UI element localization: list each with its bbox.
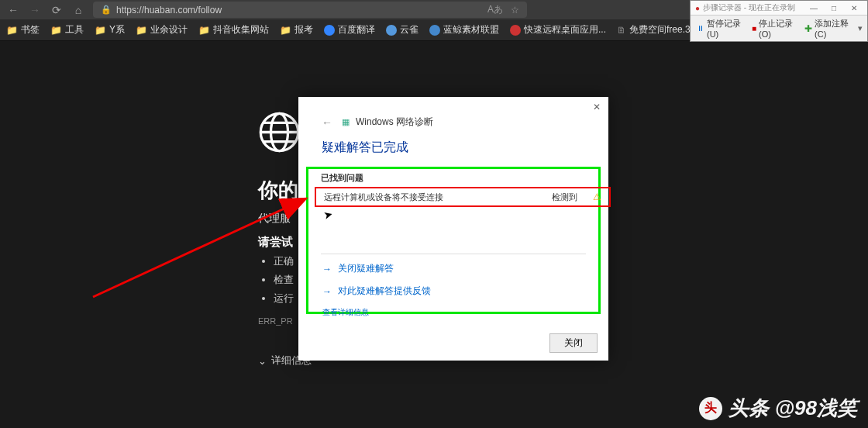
bookmark-item[interactable]: 📁书签 xyxy=(6,23,40,36)
stop-icon: ■ xyxy=(752,24,756,33)
bookmark-item[interactable]: 蓝鲸素材联盟 xyxy=(429,23,499,36)
reader-icon[interactable]: Aあ xyxy=(487,3,503,16)
bookmark-item[interactable]: 📁抖音收集网站 xyxy=(198,23,269,36)
recorder-titlebar[interactable]: ● 步骤记录器 - 现在正在录制 — □ ✕ xyxy=(691,1,867,16)
watermark: 头 头条 @98浅笑 xyxy=(699,395,857,422)
folder-icon: 📁 xyxy=(95,25,106,36)
close-icon[interactable]: ✕ xyxy=(593,102,601,112)
recorder-title: 步骤记录器 - 现在正在录制 xyxy=(703,2,802,13)
favorite-icon[interactable]: ☆ xyxy=(511,5,519,16)
folder-icon: 📁 xyxy=(136,25,147,36)
close-button[interactable]: ✕ xyxy=(846,4,863,12)
found-problems-label: 已找到问题 xyxy=(308,172,598,184)
home-button[interactable]: ⌂ xyxy=(71,4,85,16)
bookmark-item[interactable]: 📁Y系 xyxy=(95,23,125,36)
close-button[interactable]: 关闭 xyxy=(549,333,598,353)
arrow-icon: → xyxy=(322,264,332,274)
back-button[interactable]: ← xyxy=(6,4,20,16)
bookmark-item[interactable]: 📁报考 xyxy=(280,23,313,36)
url-text: https://huaban.com/follow xyxy=(116,5,222,16)
globe-icon xyxy=(258,111,301,154)
site-icon xyxy=(429,25,440,36)
folder-icon: 📁 xyxy=(198,25,210,36)
dropdown-icon[interactable]: ▾ xyxy=(858,23,863,33)
bookmark-item[interactable]: 百度翻译 xyxy=(324,23,375,36)
toutiao-logo-icon: 头 xyxy=(699,397,722,420)
error-try-label: 请尝试 xyxy=(258,235,293,250)
site-icon xyxy=(324,25,335,36)
dialog-app-name: Windows 网络诊断 xyxy=(356,116,433,129)
error-title: 你的 xyxy=(258,177,298,204)
bookmark-item[interactable]: 📁业余设计 xyxy=(136,23,188,36)
feedback-link[interactable]: → 对此疑难解答提供反馈 xyxy=(308,280,598,302)
page-icon: 🗎 xyxy=(617,25,626,36)
pause-icon: ⏸ xyxy=(697,24,704,33)
maximize-button[interactable]: □ xyxy=(825,4,842,12)
folder-icon: 📁 xyxy=(6,25,18,36)
stop-record-button[interactable]: ■ 停止记录(O) xyxy=(750,18,800,39)
problem-text: 远程计算机或设备将不接受连接 xyxy=(324,192,443,203)
address-bar[interactable]: 🔒 https://huaban.com/follow Aあ ☆ xyxy=(93,2,527,18)
bookmark-item[interactable]: 📁工具 xyxy=(50,23,84,36)
bookmark-item[interactable]: 云雀 xyxy=(386,23,418,36)
recorder-app-icon: ● xyxy=(695,4,700,12)
page-content: 你的 代理服 请尝试 正确 检查 运行 ERR_PR ⌄ 详细信息 ✕ ← ▦ … xyxy=(0,41,868,428)
minimize-button[interactable]: — xyxy=(805,4,822,12)
error-suggestions: 正确 检查 运行 xyxy=(274,254,294,310)
back-icon[interactable]: ← xyxy=(322,116,332,129)
folder-icon: 📁 xyxy=(50,25,62,36)
lock-icon: 🔒 xyxy=(101,5,112,15)
chevron-down-icon: ⌄ xyxy=(258,355,267,367)
site-icon xyxy=(510,25,521,36)
arrow-icon: → xyxy=(322,286,332,297)
warning-icon: ⚠ xyxy=(593,192,601,202)
troubleshooter-dialog: ✕ ← ▦ Windows 网络诊断 疑难解答已完成 已找到问题 远程计算机或设… xyxy=(298,97,608,361)
dialog-title: 疑难解答已完成 xyxy=(298,133,608,167)
forward-button[interactable]: → xyxy=(28,4,42,16)
pause-record-button[interactable]: ⏸ 暂停记录(U) xyxy=(695,18,747,39)
refresh-button[interactable]: ⟳ xyxy=(50,4,64,16)
bookmark-item[interactable]: 快速远程桌面应用... xyxy=(510,23,606,36)
highlight-frame-red: 远程计算机或设备将不接受连接 检测到 ⚠ xyxy=(315,187,611,207)
steps-recorder-window: ● 步骤记录器 - 现在正在录制 — □ ✕ ⏸ 暂停记录(U) ■ 停止记录(… xyxy=(690,0,868,42)
detected-label: 检测到 xyxy=(552,192,577,203)
site-icon xyxy=(386,25,397,36)
close-troubleshooter-link[interactable]: → 关闭疑难解答 xyxy=(308,257,598,280)
folder-icon: 📁 xyxy=(280,25,291,36)
add-comment-button[interactable]: ✚ 添加注释(C) xyxy=(803,18,855,39)
error-code: ERR_PR xyxy=(258,316,293,326)
view-details-link[interactable]: 查看详细信息 xyxy=(308,302,598,318)
highlight-frame-green: 已找到问题 远程计算机或设备将不接受连接 检测到 ⚠ → 关闭疑难解答 → 对此… xyxy=(306,167,601,314)
error-subtitle: 代理服 xyxy=(258,212,291,226)
comment-icon: ✚ xyxy=(804,23,812,34)
window-icon: ▦ xyxy=(342,117,350,127)
